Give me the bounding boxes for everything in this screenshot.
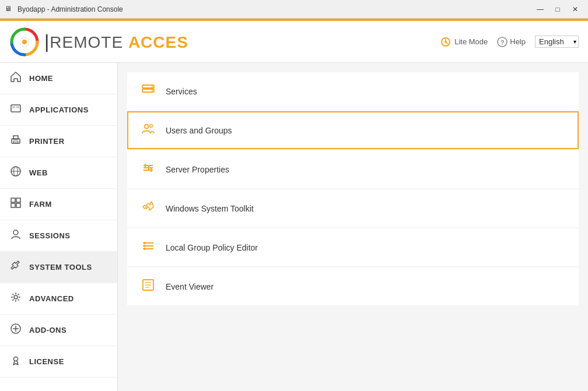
sidebar-item-printer[interactable]: PRINTER [0, 126, 117, 157]
window-controls: — □ ✕ [532, 3, 583, 16]
svg-point-2 [22, 40, 27, 44]
app-header: |REMOTE ACCES Lite Mode ? Help English F… [0, 21, 588, 63]
server-properties-label: Server Properties [166, 165, 229, 174]
event-viewer-icon [140, 278, 156, 295]
users-groups-icon [140, 122, 156, 139]
menu-item-windows-system-toolkit[interactable]: Windows System Toolkit [127, 189, 579, 227]
app-icon: 🖥 [5, 5, 14, 14]
sidebar-item-system-tools[interactable]: SYSTEM TOOLS [0, 252, 117, 283]
lite-mode-label: Lite Mode [454, 37, 488, 46]
svg-point-29 [152, 90, 153, 91]
sidebar: HOME APPLICATIONS PRINTER WEB FARM [0, 63, 118, 391]
svg-rect-12 [13, 141, 18, 143]
server-properties-icon [140, 161, 156, 178]
windows-toolkit-icon [140, 200, 156, 217]
sessions-icon [9, 228, 22, 243]
menu-item-server-properties[interactable]: Server Properties [127, 150, 579, 188]
logo-area: |REMOTE ACCES [9, 27, 188, 57]
sidebar-item-advanced[interactable]: ADVANCED [0, 283, 117, 315]
help-label: Help [510, 37, 526, 46]
help-icon: ? [497, 37, 508, 47]
help-button[interactable]: ? Help [497, 37, 526, 47]
sidebar-item-farm[interactable]: FARM [0, 189, 117, 220]
svg-point-30 [145, 125, 149, 129]
language-selector-wrapper: English French Spanish German [535, 36, 579, 48]
main-layout: HOME APPLICATIONS PRINTER WEB FARM [0, 63, 588, 391]
language-select[interactable]: English French Spanish German [535, 36, 579, 48]
window-title: Byodapp - Administration Console [18, 5, 123, 13]
sidebar-label-farm: FARM [29, 200, 52, 209]
svg-rect-8 [12, 106, 15, 108]
svg-rect-18 [11, 203, 15, 207]
farm-icon [9, 197, 22, 212]
svg-rect-19 [16, 203, 20, 207]
advanced-icon [9, 291, 22, 306]
sidebar-label-web: WEB [29, 168, 48, 177]
lite-mode-button[interactable]: Lite Mode [440, 37, 488, 47]
services-icon [140, 83, 156, 100]
svg-point-43 [144, 248, 146, 250]
sidebar-label-printer: PRINTER [29, 137, 65, 146]
svg-point-31 [150, 125, 153, 128]
sidebar-label-home: HOME [29, 74, 53, 83]
menu-item-services[interactable]: Services [127, 72, 579, 110]
sidebar-label-applications: APPLICATIONS [29, 105, 89, 114]
svg-point-25 [14, 357, 18, 361]
maximize-button[interactable]: □ [550, 3, 566, 16]
logo-text: |REMOTE ACCES [44, 31, 188, 52]
content-area: Services Users and Groups Server Propert… [118, 63, 588, 391]
svg-rect-17 [16, 198, 20, 202]
sidebar-item-license[interactable]: LICENSE [0, 346, 117, 378]
menu-item-event-viewer[interactable]: Event Viewer [127, 267, 579, 305]
sidebar-item-home[interactable]: HOME [0, 63, 117, 94]
close-button[interactable]: ✕ [567, 3, 583, 16]
svg-point-4 [444, 41, 447, 43]
sidebar-label-system-tools: SYSTEM TOOLS [29, 263, 92, 272]
svg-point-28 [152, 86, 153, 87]
users-groups-label: Users and Groups [166, 126, 232, 135]
sidebar-label-add-ons: ADD-ONS [29, 326, 66, 334]
services-label: Services [166, 87, 197, 96]
event-viewer-label: Event Viewer [166, 282, 214, 291]
sidebar-item-add-ons[interactable]: ADD-ONS [0, 315, 117, 346]
web-icon [9, 165, 22, 180]
svg-point-42 [144, 245, 146, 247]
svg-point-20 [13, 230, 18, 235]
menu-item-local-group-policy-editor[interactable]: Local Group Policy Editor [127, 228, 579, 266]
license-icon [9, 354, 22, 369]
group-policy-label: Local Group Policy Editor [166, 243, 258, 252]
group-policy-icon [140, 239, 156, 256]
sidebar-item-web[interactable]: WEB [0, 157, 117, 189]
sidebar-label-advanced: ADVANCED [29, 294, 74, 303]
add-ons-icon [9, 323, 22, 337]
svg-rect-16 [11, 198, 15, 202]
lite-mode-icon [440, 37, 451, 47]
svg-point-21 [14, 295, 18, 299]
sidebar-item-sessions[interactable]: SESSIONS [0, 220, 117, 252]
sidebar-item-applications[interactable]: APPLICATIONS [0, 94, 117, 126]
sidebar-label-sessions: SESSIONS [29, 231, 70, 240]
menu-item-users-and-groups[interactable]: Users and Groups [127, 111, 579, 149]
title-bar-left: 🖥 Byodapp - Administration Console [5, 5, 123, 14]
home-icon [9, 71, 22, 86]
content-spacer [127, 307, 579, 391]
logo-icon [9, 27, 40, 57]
minimize-button[interactable]: — [532, 3, 548, 16]
svg-point-41 [144, 242, 146, 244]
sidebar-label-license: LICENSE [29, 357, 64, 366]
printer-icon [9, 134, 22, 149]
header-right: Lite Mode ? Help English French Spanish … [440, 36, 579, 48]
svg-rect-9 [16, 106, 19, 108]
applications-icon [9, 103, 22, 117]
windows-toolkit-label: Windows System Toolkit [166, 204, 254, 213]
svg-text:?: ? [501, 38, 505, 45]
title-bar: 🖥 Byodapp - Administration Console — □ ✕ [0, 0, 588, 19]
system-tools-icon [9, 260, 22, 274]
